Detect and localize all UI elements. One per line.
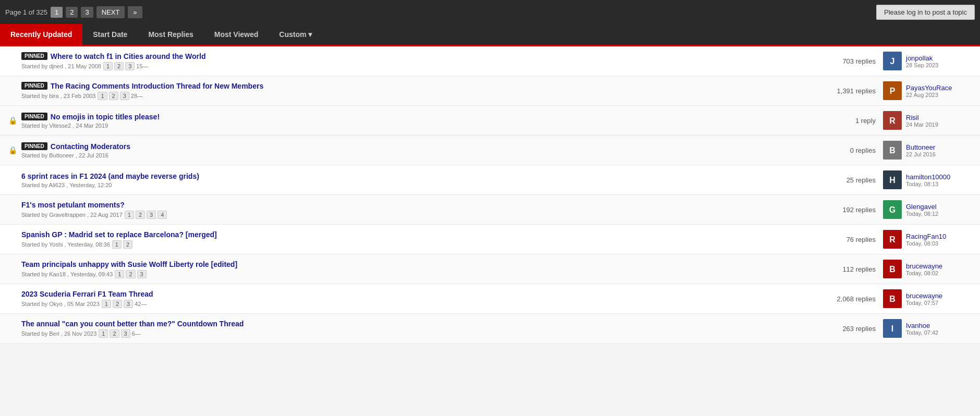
username[interactable]: Buttoneer: [906, 143, 936, 151]
post-date: Today, 08:03: [906, 240, 946, 247]
table-row: 🔒 PINNED The Racing Comments Introductio…: [0, 76, 980, 106]
replies-count: 112 replies: [810, 265, 883, 273]
username[interactable]: hamilton10000: [906, 173, 950, 181]
page-1-button[interactable]: 1: [51, 7, 63, 18]
table-row: 🔒 PINNED No emojis in topic titles pleas…: [0, 106, 980, 136]
topic-main: PINNED The Racing Comments Introduction …: [21, 82, 810, 100]
user-info: hamilton10000 Today, 08:13: [906, 173, 950, 187]
user-info: Risil 24 Mar 2019: [906, 114, 938, 128]
topic-started-by: Started by Okyo , 05 Mar 2023: [21, 301, 100, 307]
topic-meta: Started by djned , 21 May 2008 12315—: [21, 62, 810, 70]
tab-most-replies[interactable]: Most Replies: [138, 24, 203, 45]
topic-started-by: Started by bira , 23 Feb 2003: [21, 93, 95, 99]
post-date: Today, 08:02: [906, 270, 942, 276]
topic-page-link[interactable]: 2: [123, 240, 132, 249]
topic-page-link[interactable]: 1: [98, 92, 107, 100]
topic-title[interactable]: 2023 Scuderia Ferrari F1 Team Thread: [21, 290, 153, 298]
topic-page-link[interactable]: 3: [124, 300, 133, 308]
topic-page-link[interactable]: 3: [120, 92, 129, 100]
username[interactable]: RacingFan10: [906, 233, 946, 240]
topic-title[interactable]: F1's most petulant moments?: [21, 201, 125, 209]
lock-icon: 🔒: [8, 146, 17, 154]
topic-page-link[interactable]: 2: [113, 300, 122, 308]
topic-page-link[interactable]: 2: [126, 270, 135, 278]
svg-text:R: R: [889, 116, 896, 125]
topic-page-link[interactable]: 2: [110, 329, 119, 338]
user-info: brucewayne Today, 08:02: [906, 262, 942, 276]
topic-page-link[interactable]: 3: [121, 329, 130, 338]
topic-started-by: Started by Yoshi , Yesterday, 08:36: [21, 241, 110, 248]
topic-started-by: Started by Vitesse2 , 24 Mar 2019: [21, 123, 108, 129]
table-row: 🔒 PINNED Contacting Moderators Started b…: [0, 136, 980, 165]
topic-page-link[interactable]: 3: [125, 62, 135, 70]
topic-page-link[interactable]: 1: [102, 300, 111, 308]
chevron-down-icon: ▾: [308, 30, 312, 39]
topic-meta: Started by Vitesse2 , 24 Mar 2019: [21, 123, 810, 129]
last-poster-col: P PayasYouRace 22 Aug 2023: [883, 81, 972, 100]
page-label: Page 1 of 325: [5, 8, 47, 16]
topic-started-by: Started by Beri , 26 Nov 2023: [21, 331, 96, 337]
page-3-button[interactable]: 3: [81, 7, 93, 18]
svg-text:P: P: [890, 87, 896, 95]
topic-title[interactable]: Contacting Moderators: [51, 142, 130, 151]
avatar: B: [883, 260, 902, 278]
topic-title[interactable]: Where to watch f1 in Cities around the W…: [51, 52, 206, 60]
avatar: H: [883, 170, 902, 189]
topic-page-link[interactable]: 2: [114, 62, 124, 70]
tab-start-date[interactable]: Start Date: [82, 24, 138, 45]
topic-main: 6 sprint races in F1 2024 (and maybe rev…: [21, 172, 810, 188]
username[interactable]: brucewayne: [906, 292, 942, 300]
topic-page-link[interactable]: 2: [136, 211, 145, 219]
tab-recently-updated[interactable]: Recently Updated: [0, 24, 82, 45]
topic-page-link[interactable]: 3: [137, 270, 147, 278]
topic-title[interactable]: 6 sprint races in F1 2024 (and maybe rev…: [21, 172, 199, 180]
tab-custom[interactable]: Custom ▾: [269, 24, 322, 45]
tab-most-viewed[interactable]: Most Viewed: [204, 24, 269, 45]
replies-count: 76 replies: [810, 236, 883, 243]
page-links: 12: [112, 240, 132, 249]
topic-title[interactable]: Spanish GP : Madrid set to replace Barce…: [21, 230, 217, 239]
topic-main: The annual "can you count better than me…: [21, 320, 810, 338]
topic-title[interactable]: Team principals unhappy with Susie Wolff…: [21, 260, 237, 268]
topic-title[interactable]: The Racing Comments Introduction Thread …: [51, 82, 263, 90]
topic-page-link[interactable]: 1: [103, 62, 113, 70]
topic-page-link[interactable]: 3: [147, 211, 156, 219]
post-date: Today, 08:13: [906, 181, 950, 187]
ellipsis: 42—: [135, 301, 147, 307]
topic-page-link[interactable]: 2: [109, 92, 118, 100]
user-info: Glengavel Today, 08:12: [906, 203, 938, 217]
page-links: 12315—: [103, 62, 149, 70]
username[interactable]: jonpollak: [906, 54, 938, 62]
topic-title-row: 6 sprint races in F1 2024 (and maybe rev…: [21, 172, 810, 180]
table-row: 🔒 2023 Scuderia Ferrari F1 Team Thread S…: [0, 284, 980, 314]
topic-page-link[interactable]: 1: [125, 211, 134, 219]
username[interactable]: Ivanhoe: [906, 322, 938, 329]
table-row: 🔒 F1's most petulant moments? Started by…: [0, 195, 980, 225]
topic-meta: Started by Buttoneer , 22 Jul 2016: [21, 152, 810, 158]
next-button[interactable]: NEXT: [96, 6, 125, 18]
username[interactable]: brucewayne: [906, 262, 942, 270]
page-2-button[interactable]: 2: [66, 7, 78, 18]
username[interactable]: Risil: [906, 114, 938, 121]
topic-page-link[interactable]: 4: [158, 211, 167, 219]
avatar: R: [883, 230, 902, 249]
username[interactable]: Glengavel: [906, 203, 938, 211]
topic-main: Spanish GP : Madrid set to replace Barce…: [21, 230, 810, 249]
topic-title-row: PINNED The Racing Comments Introduction …: [21, 82, 810, 90]
topic-meta: Started by Beri , 26 Nov 2023 1236—: [21, 329, 810, 338]
topic-title[interactable]: The annual "can you count better than me…: [21, 320, 244, 328]
topic-page-link[interactable]: 1: [115, 270, 124, 278]
next-arrow-button[interactable]: »: [128, 6, 142, 18]
topic-title[interactable]: No emojis in topic titles please!: [51, 113, 160, 121]
pagination-area: Page 1 of 325 1 2 3 NEXT »: [5, 6, 142, 18]
topic-page-link[interactable]: 1: [112, 240, 122, 249]
username[interactable]: PayasYouRace: [906, 84, 952, 92]
topic-main: 2023 Scuderia Ferrari F1 Team Thread Sta…: [21, 290, 810, 308]
pinned-badge: PINNED: [21, 142, 47, 150]
topic-meta: Started by Yoshi , Yesterday, 08:36 12: [21, 240, 810, 249]
topic-page-link[interactable]: 1: [99, 329, 108, 338]
topic-started-by: Started by Graveltrappen , 22 Aug 2017: [21, 212, 123, 218]
replies-count: 703 replies: [810, 57, 883, 65]
table-row: 🔒 6 sprint races in F1 2024 (and maybe r…: [0, 165, 980, 195]
login-button[interactable]: Please log in to post a topic: [876, 5, 975, 20]
